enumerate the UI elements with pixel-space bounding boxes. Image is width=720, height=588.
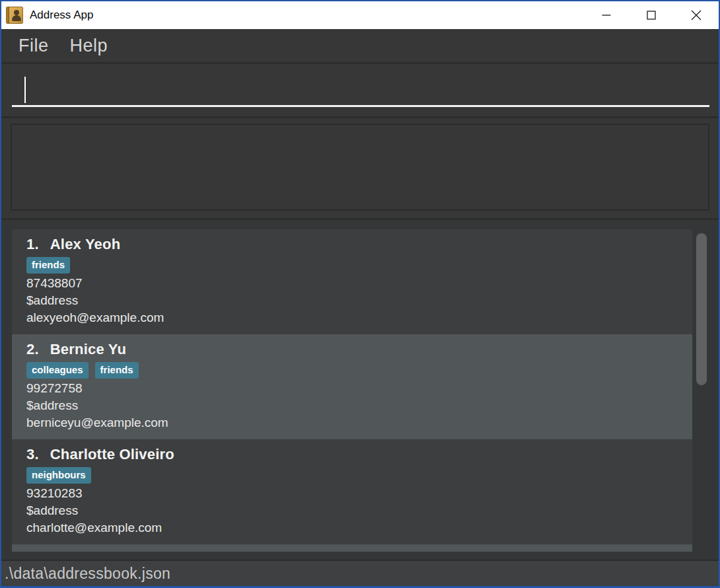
person-name: Bernice Yu	[50, 341, 126, 358]
result-display[interactable]	[11, 124, 709, 211]
person-card[interactable]: 1. Alex Yeoh friends 87438807 $address a…	[12, 229, 692, 334]
person-card-partial[interactable]	[12, 544, 692, 552]
close-button[interactable]	[674, 1, 719, 29]
tag-badge: colleagues	[26, 362, 89, 379]
person-index: 1.	[26, 236, 39, 253]
tag-badge: neighbours	[26, 467, 91, 484]
minimize-icon	[602, 11, 611, 20]
person-name: Alex Yeoh	[50, 236, 121, 253]
titlebar-left: Address App	[1, 7, 584, 24]
person-tags: colleagues friends	[26, 362, 692, 379]
person-email: berniceyu@example.com	[26, 414, 692, 431]
command-pane	[1, 64, 719, 116]
person-card-header: 1. Alex Yeoh	[26, 236, 692, 256]
person-name: Charlotte Oliveiro	[50, 446, 174, 463]
close-icon	[691, 10, 702, 20]
person-tags: neighbours	[26, 467, 692, 484]
address-book-icon	[6, 7, 23, 24]
vertical-scrollbar-thumb[interactable]	[696, 233, 707, 385]
person-list-panel: 1. Alex Yeoh friends 87438807 $address a…	[1, 218, 719, 560]
person-phone: 99272758	[26, 380, 692, 397]
menu-bar: File Help	[1, 29, 719, 64]
person-card-header: 3. Charlotte Oliveiro	[26, 446, 692, 466]
command-field	[12, 64, 709, 107]
person-email: alexyeoh@example.com	[26, 309, 692, 326]
save-location-label: .\data\addressbook.json	[5, 565, 170, 583]
menu-file[interactable]: File	[8, 36, 59, 56]
minimize-button[interactable]	[584, 1, 629, 29]
person-card-header: 2. Bernice Yu	[26, 341, 692, 361]
person-address: $address	[26, 292, 692, 309]
window-controls	[584, 1, 719, 29]
person-card[interactable]: 2. Bernice Yu colleagues friends 9927275…	[12, 334, 692, 439]
maximize-icon	[647, 11, 656, 20]
person-phone: 93210283	[26, 485, 692, 502]
person-index: 3.	[26, 446, 39, 463]
person-address: $address	[26, 502, 692, 519]
tag-badge: friends	[95, 362, 139, 379]
person-tags: friends	[26, 257, 692, 274]
person-list-viewport: 1. Alex Yeoh friends 87438807 $address a…	[12, 229, 692, 552]
tag-badge: friends	[26, 257, 70, 274]
menu-help[interactable]: Help	[59, 36, 119, 56]
titlebar-drag-region[interactable]: Address App	[1, 1, 719, 29]
person-index: 2.	[26, 341, 39, 358]
person-card[interactable]: 3. Charlotte Oliveiro neighbours 9321028…	[12, 439, 692, 544]
status-bar: .\data\addressbook.json	[1, 560, 719, 586]
result-pane	[1, 116, 719, 218]
app-window: Address App File Help	[0, 0, 720, 588]
person-phone: 87438807	[26, 275, 692, 292]
person-email: charlotte@example.com	[26, 519, 692, 536]
maximize-button[interactable]	[629, 1, 674, 29]
text-caret	[24, 77, 26, 103]
person-address: $address	[26, 397, 692, 414]
command-input[interactable]	[12, 64, 709, 105]
window-title: Address App	[30, 9, 93, 22]
